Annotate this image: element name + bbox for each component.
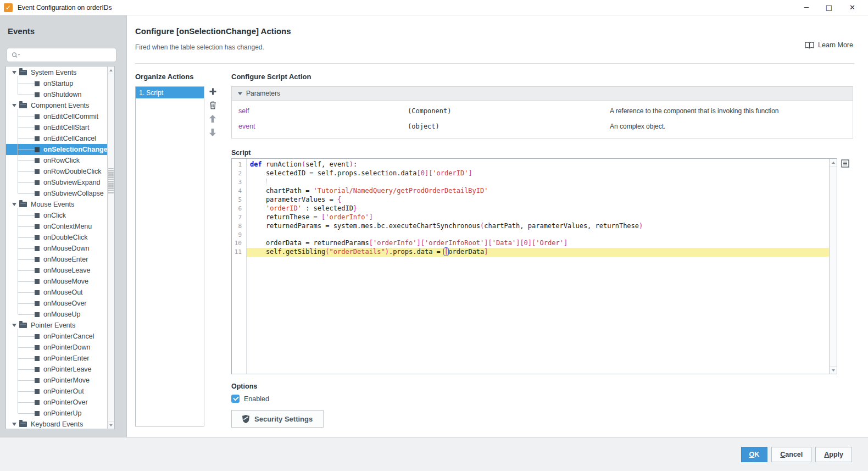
tree-folder-pointer-events[interactable]: Pointer Events bbox=[6, 320, 107, 331]
expander-icon[interactable] bbox=[12, 203, 16, 206]
tree-item-onpointerover[interactable]: onPointerOver bbox=[6, 397, 107, 408]
editor-scroll-down-icon[interactable] bbox=[830, 366, 837, 374]
move-up-button[interactable] bbox=[208, 114, 217, 123]
tree-children-pointer-events: onPointerCancelonPointerDownonPointerEnt… bbox=[6, 331, 107, 419]
expander-icon[interactable] bbox=[12, 71, 16, 74]
move-down-button[interactable] bbox=[208, 128, 217, 137]
trash-icon bbox=[209, 101, 216, 109]
event-icon bbox=[35, 224, 40, 229]
code-line-11[interactable]: self.getSibling("orderDetails").props.da… bbox=[247, 248, 829, 257]
learn-more-link[interactable]: Learn More bbox=[805, 41, 853, 49]
event-icon bbox=[35, 279, 40, 284]
editor-scroll-up-icon[interactable] bbox=[830, 159, 837, 167]
scroll-up-icon[interactable] bbox=[108, 67, 114, 74]
enabled-checkbox[interactable] bbox=[231, 395, 240, 403]
tree-item-onpointerleave[interactable]: onPointerLeave bbox=[6, 364, 107, 375]
event-icon bbox=[35, 345, 40, 350]
header-divider bbox=[135, 63, 854, 64]
tree-folder-component-events[interactable]: Component Events bbox=[6, 100, 107, 111]
line-number: 5 bbox=[232, 196, 246, 204]
event-icon bbox=[35, 257, 40, 262]
code-line-6[interactable]: 'orderID' : selectedID} bbox=[247, 204, 829, 213]
security-settings-button[interactable]: Security Settings bbox=[231, 410, 324, 428]
enabled-label: Enabled bbox=[244, 395, 269, 403]
expander-icon[interactable] bbox=[12, 324, 16, 327]
cancel-button[interactable]: Cancel bbox=[771, 447, 811, 462]
tree-item-ondoubleclick[interactable]: onDoubleClick bbox=[6, 232, 107, 243]
tree-item-onclick[interactable]: onClick bbox=[6, 210, 107, 221]
maximize-button[interactable]: □ bbox=[826, 4, 832, 11]
code-line-4[interactable]: chartPath = 'Tutorial/NamedQuery/getProd… bbox=[247, 187, 829, 196]
event-icon bbox=[35, 268, 40, 273]
parameter-type: (Component) bbox=[408, 107, 610, 115]
event-search-box[interactable] bbox=[7, 48, 116, 62]
code-line-1[interactable]: def runAction(self, event): bbox=[247, 160, 829, 169]
tree-item-onpointerup[interactable]: onPointerUp bbox=[6, 408, 107, 419]
code-lines[interactable]: def runAction(self, event): selectedID =… bbox=[247, 159, 829, 374]
tree-item-oneditcellstart[interactable]: onEditCellStart bbox=[6, 122, 107, 133]
parameter-name: self bbox=[232, 107, 408, 115]
tree-item-label: onPointerOver bbox=[43, 398, 88, 406]
tree-item-onpointerenter[interactable]: onPointerEnter bbox=[6, 353, 107, 364]
tree-item-oncontextmenu[interactable]: onContextMenu bbox=[6, 221, 107, 232]
tree-item-onstartup[interactable]: onStartup bbox=[6, 78, 107, 89]
tree-item-onmouseleave[interactable]: onMouseLeave bbox=[6, 265, 107, 276]
scroll-down-icon[interactable] bbox=[108, 421, 114, 429]
code-line-10[interactable]: orderData = returnedParams['orderInfo'][… bbox=[247, 239, 829, 248]
tree-scroll-thumb[interactable] bbox=[108, 168, 114, 193]
tree-item-onmousemove[interactable]: onMouseMove bbox=[6, 276, 107, 287]
tree-item-oneditcellcancel[interactable]: onEditCellCancel bbox=[6, 133, 107, 144]
tree-item-oneditcellcommit[interactable]: onEditCellCommit bbox=[6, 111, 107, 122]
expander-icon[interactable] bbox=[12, 423, 16, 426]
line-number: 7 bbox=[232, 213, 246, 222]
tree-item-onmouseover[interactable]: onMouseOver bbox=[6, 298, 107, 309]
tree-folder-keyboard-events[interactable]: Keyboard Events bbox=[6, 419, 107, 429]
tree-item-label: onDoubleClick bbox=[43, 234, 88, 241]
tree-item-onmouseout[interactable]: onMouseOut bbox=[6, 287, 107, 298]
action-item-1-script[interactable]: 1. Script bbox=[136, 87, 204, 98]
minimize-button[interactable]: ─ bbox=[804, 4, 809, 11]
tree-item-onpointercancel[interactable]: onPointerCancel bbox=[6, 331, 107, 342]
tree-item-onmouseenter[interactable]: onMouseEnter bbox=[6, 254, 107, 265]
apply-button[interactable]: Apply bbox=[815, 447, 852, 462]
code-line-8[interactable]: returnedParams = system.mes.bc.executeCh… bbox=[247, 222, 829, 231]
code-line-5[interactable]: parameterValues = { bbox=[247, 196, 829, 204]
expander-icon[interactable] bbox=[12, 104, 16, 107]
event-icon bbox=[35, 136, 40, 141]
parameters-header[interactable]: Parameters bbox=[232, 87, 853, 101]
event-icon bbox=[35, 312, 40, 317]
code-line-3[interactable] bbox=[247, 178, 829, 187]
tree-item-onselectionchange[interactable]: onSelectionChange* bbox=[6, 144, 107, 155]
tree-item-onsubviewcollapse[interactable]: onSubviewCollapse bbox=[6, 188, 107, 199]
tree-folder-system-events[interactable]: System Events bbox=[6, 67, 107, 78]
tree-item-label: onMouseLeave bbox=[43, 267, 90, 274]
delete-action-button[interactable] bbox=[208, 101, 217, 109]
tree-item-onmouseup[interactable]: onMouseUp bbox=[6, 309, 107, 320]
tree-item-onpointermove[interactable]: onPointerMove bbox=[6, 375, 107, 386]
search-input[interactable] bbox=[21, 49, 116, 60]
tree-item-label: onMouseMove bbox=[43, 278, 88, 285]
add-action-button[interactable] bbox=[208, 87, 217, 96]
code-line-2[interactable]: selectedID = self.props.selection.data[0… bbox=[247, 169, 829, 178]
tree-item-onrowdoubleclick[interactable]: onRowDoubleClick bbox=[6, 166, 107, 177]
tree-item-onmousedown[interactable]: onMouseDown bbox=[6, 243, 107, 254]
tree-folder-label: Keyboard Events bbox=[31, 420, 83, 428]
ok-button[interactable]: OK bbox=[741, 447, 768, 462]
tree-folder-mouse-events[interactable]: Mouse Events bbox=[6, 199, 107, 210]
editor-popout-button[interactable] bbox=[841, 159, 849, 170]
code-line-9[interactable] bbox=[247, 231, 829, 240]
tree-item-onshutdown[interactable]: onShutdown bbox=[6, 89, 107, 100]
page-title: Configure [onSelectionChange] Actions bbox=[135, 26, 291, 36]
code-line-7[interactable]: returnThese = ['orderInfo'] bbox=[247, 213, 829, 222]
action-list[interactable]: 1. Script bbox=[135, 86, 204, 426]
tree-scrollbar[interactable] bbox=[107, 67, 114, 429]
close-button[interactable]: ✕ bbox=[849, 4, 855, 11]
script-editor[interactable]: 1234567891011 def runAction(self, event)… bbox=[231, 158, 837, 374]
tree-item-onsubviewexpand[interactable]: onSubviewExpand bbox=[6, 177, 107, 188]
editor-scrollbar[interactable] bbox=[829, 159, 837, 374]
tree-item-label: onRowClick bbox=[43, 157, 80, 164]
event-icon bbox=[35, 81, 40, 86]
tree-item-onpointerdown[interactable]: onPointerDown bbox=[6, 342, 107, 353]
tree-item-onrowclick[interactable]: onRowClick bbox=[6, 155, 107, 166]
tree-item-onpointerout[interactable]: onPointerOut bbox=[6, 386, 107, 397]
